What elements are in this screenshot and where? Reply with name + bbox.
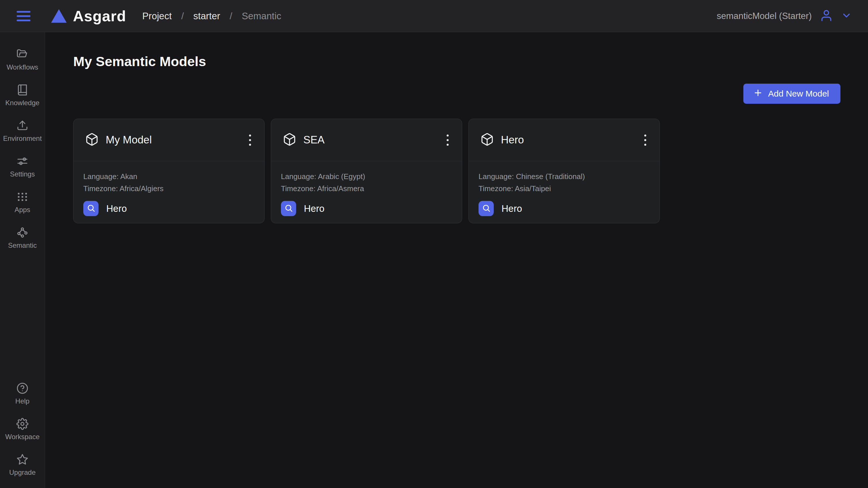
sidebar-item-label: Workflows [7,63,38,71]
model-card-title: My Model [106,134,152,146]
breadcrumb-project[interactable]: Project [142,11,172,22]
breadcrumb: Project / starter / Semantic [142,11,281,22]
model-cards-row: My Model Language: Akan Timezone: Africa… [73,119,840,223]
brand-triangle-logo-icon [51,9,67,23]
model-card[interactable]: SEA Language: Arabic (Egypt) Timezone: A… [271,119,462,223]
app-root: Asgard Project / starter / Semantic sema… [0,0,868,488]
cube-icon [283,133,297,147]
model-badge-row: Hero [478,201,649,216]
model-card[interactable]: My Model Language: Akan Timezone: Africa… [73,119,265,223]
sidebar-item-label: Apps [14,206,30,214]
plus-icon [753,88,763,100]
folder-open-icon [17,48,28,60]
sidebar-item-help[interactable]: Help [0,382,45,405]
model-card-header: My Model [73,119,264,161]
model-card[interactable]: Hero Language: Chinese (Traditional) Tim… [468,119,660,223]
model-badge-row: Hero [83,201,254,216]
model-language: Language: Akan [83,173,254,180]
star-icon [17,454,28,466]
search-icon [284,204,293,213]
chevron-down-icon[interactable] [841,10,852,22]
main-content: My Semantic Models Add New Model [45,32,868,488]
brand-title: Asgard [73,7,126,25]
kebab-menu-icon[interactable] [444,132,452,149]
search-badge[interactable] [478,201,494,216]
gear-icon [17,418,28,430]
sidebar-item-settings[interactable]: Settings [0,155,45,178]
model-card-title: Hero [501,134,524,146]
model-card-title: SEA [303,134,324,146]
search-icon [87,204,95,213]
topbar: Asgard Project / starter / Semantic sema… [0,0,868,32]
model-badge-label: Hero [106,203,127,214]
sidebar-item-label: Help [15,397,29,405]
page-title: My Semantic Models [73,54,840,69]
sidebar-item-workflows[interactable]: Workflows [0,48,45,71]
topbar-account-area: semanticModel (Starter) [717,9,852,23]
search-badge[interactable] [281,201,296,216]
sidebar-item-label: Knowledge [5,99,40,107]
breadcrumb-separator: / [230,11,232,22]
user-icon[interactable] [820,9,833,23]
sidebar-item-semantic[interactable]: Semantic [0,227,45,250]
model-language: Language: Chinese (Traditional) [478,173,649,180]
model-timezone: Timezone: Africa/Asmera [281,185,452,192]
model-card-body: Language: Chinese (Traditional) Timezone… [469,161,659,216]
sidebar-item-label: Workspace [5,433,40,441]
menu-hamburger-icon[interactable] [17,11,30,21]
model-badge-row: Hero [281,201,452,216]
sidebar-item-workspace[interactable]: Workspace [0,418,45,441]
upload-icon [17,120,28,132]
breadcrumb-starter[interactable]: starter [193,11,220,22]
model-timezone: Timezone: Africa/Algiers [83,185,254,192]
graph-nodes-icon [17,227,28,238]
book-icon [17,84,28,96]
add-new-model-label: Add New Model [768,89,829,98]
model-badge-label: Hero [501,203,522,214]
help-circle-icon [17,382,28,394]
sidebar: Workflows Knowledge [0,32,45,488]
sidebar-item-knowledge[interactable]: Knowledge [0,84,45,107]
sidebar-item-label: Upgrade [9,468,36,477]
sidebar-item-label: Environment [3,135,42,143]
sidebar-item-environment[interactable]: Environment [0,120,45,143]
model-timezone: Timezone: Asia/Taipei [478,185,649,192]
kebab-menu-icon[interactable] [641,132,649,149]
sidebar-item-label: Settings [10,170,35,178]
model-card-body: Language: Akan Timezone: Africa/Algiers [73,161,264,216]
account-label: semanticModel (Starter) [717,11,812,21]
search-icon [482,204,491,213]
search-badge[interactable] [83,201,98,216]
model-badge-label: Hero [304,203,324,214]
breadcrumb-separator: / [181,11,184,22]
actions-row: Add New Model [73,84,840,104]
cube-icon [85,133,99,147]
sidebar-item-apps[interactable]: Apps [0,191,45,214]
model-card-header: SEA [271,119,462,161]
cube-icon [480,133,494,147]
sidebar-item-label: Semantic [8,241,37,250]
kebab-menu-icon[interactable] [246,132,254,149]
model-card-body: Language: Arabic (Egypt) Timezone: Afric… [271,161,462,216]
model-card-header: Hero [469,119,659,161]
add-new-model-button[interactable]: Add New Model [743,84,840,104]
sidebar-item-upgrade[interactable]: Upgrade [0,454,45,477]
sliders-icon [17,155,28,167]
grid-dots-icon [17,191,28,203]
breadcrumb-semantic: Semantic [242,11,281,22]
model-language: Language: Arabic (Egypt) [281,173,452,180]
